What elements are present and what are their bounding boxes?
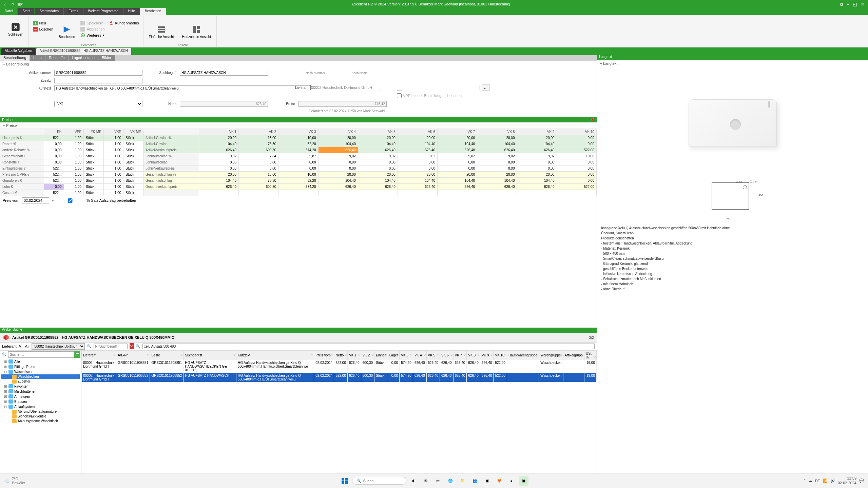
menu-hilfe[interactable]: Hilfe bbox=[123, 8, 140, 15]
tree-node[interactable]: Siphons/Eckventile bbox=[1, 414, 80, 419]
prices-grid[interactable]: EKVPEEK-MEVKEVK-MEVK 1VK 2VK 3VK 4VK 5VK… bbox=[0, 129, 597, 196]
save-button[interactable]: Speichern bbox=[79, 20, 106, 26]
taskbar-firefox-icon[interactable]: 🦊 bbox=[495, 476, 504, 486]
svg-rect-10 bbox=[158, 31, 165, 33]
taskbar-edge-icon[interactable]: 🌐 bbox=[446, 476, 455, 486]
subtab-lohn[interactable]: Lohn bbox=[30, 55, 45, 61]
search-term-input[interactable] bbox=[180, 70, 268, 76]
subtab-rohstoffe[interactable]: Rohstoffe bbox=[45, 55, 69, 61]
search-results-grid[interactable]: Lieferant▽Art.-Nr.▽Beste▽Suchbegriff▽Kur… bbox=[81, 351, 597, 473]
subtab-lagerbestand[interactable]: Lagerbestand bbox=[69, 55, 98, 61]
window-close-icon[interactable]: ✕ bbox=[861, 1, 865, 7]
menu-start[interactable]: Start bbox=[18, 8, 35, 15]
number-search-input[interactable] bbox=[94, 344, 128, 349]
menu-extras[interactable]: Extras bbox=[64, 8, 83, 15]
taskbar-copilot-icon[interactable]: ◐ bbox=[409, 476, 419, 486]
table-row[interactable]: 00002 - Haustechnik Dortmund GmbHGRSC010… bbox=[82, 360, 597, 373]
tree-node[interactable]: ⊟ Waschtische bbox=[1, 369, 80, 374]
weather-widget[interactable]: ☁️ 7°CBewölkt bbox=[4, 477, 25, 485]
menu-bearbeiten[interactable]: Bearbeiten bbox=[140, 8, 166, 15]
sort-desc-icon[interactable]: A↑ bbox=[25, 343, 30, 349]
supplier-input[interactable] bbox=[310, 85, 480, 90]
tree-node[interactable]: ⊞ Fittinge Press bbox=[1, 364, 80, 369]
menu-weitere programme[interactable]: Weitere Programme bbox=[83, 8, 123, 15]
text-search-input[interactable] bbox=[142, 344, 595, 349]
tray-clock[interactable]: 11:5902.02.2024 bbox=[838, 476, 856, 485]
search-icon-2[interactable]: 🔍 bbox=[136, 343, 140, 349]
tree-node[interactable]: ⊞ Favoriten bbox=[1, 384, 80, 389]
addition-input[interactable] bbox=[54, 78, 142, 83]
tree-node[interactable]: Waschbecken bbox=[1, 374, 80, 379]
taskbar-mail-icon[interactable]: ✉ bbox=[421, 476, 431, 486]
window-maximize-icon[interactable]: ◱ bbox=[853, 1, 857, 7]
start-button[interactable] bbox=[340, 476, 349, 486]
svg-point-7 bbox=[110, 21, 112, 23]
category-tree[interactable]: 🔍 ➜ ⊞ Alle⊞ Fittinge Press⊟ Waschtische … bbox=[0, 351, 81, 473]
window-minimize-icon[interactable]: – bbox=[847, 1, 849, 7]
customer-mode-button[interactable]: Kundenmodus bbox=[108, 20, 140, 26]
quick-calendar-icon[interactable]: ▦▾ bbox=[17, 1, 23, 7]
tab-tasks[interactable]: Aktuelle Aufgaben bbox=[1, 48, 36, 55]
close-button[interactable]: Schließen bbox=[5, 16, 26, 42]
tray-onedrive-icon[interactable]: ☁ bbox=[809, 479, 812, 483]
quick-home-icon[interactable]: ⌂ bbox=[2, 1, 8, 7]
supplier-filter-select[interactable]: 00002 Haustechnik Dortmun bbox=[32, 343, 85, 350]
clear-search-icon[interactable]: ✕ bbox=[130, 343, 134, 349]
tree-node[interactable]: ⊟ Ablaufsysteme bbox=[1, 404, 80, 409]
netto-input[interactable] bbox=[180, 101, 268, 107]
tree-search-input[interactable] bbox=[8, 351, 74, 358]
taskbar-teams-icon[interactable]: 👥 bbox=[470, 476, 480, 486]
simple-view-button[interactable]: Einfache Ansicht bbox=[146, 19, 177, 45]
taskbar-app1-icon[interactable]: ▣ bbox=[482, 476, 492, 486]
supplier-lookup-button[interactable]: … bbox=[482, 84, 489, 91]
window-pop-out-icon[interactable]: ⧉ bbox=[840, 1, 843, 7]
tree-search-go[interactable]: ➜ bbox=[74, 351, 80, 358]
taskbar-store-icon[interactable]: 🛍 bbox=[433, 476, 443, 486]
prices-bar: Preise📌 bbox=[0, 117, 597, 122]
svg-point-6 bbox=[82, 35, 83, 36]
tray-volume-icon[interactable]: 🔊 bbox=[830, 479, 835, 483]
taskbar-app3-icon[interactable]: ▣ bbox=[519, 476, 528, 486]
svg-rect-14 bbox=[342, 478, 344, 481]
menu-datei[interactable]: Datei bbox=[0, 8, 18, 15]
more-button[interactable]: Weiteres ▾ bbox=[79, 33, 106, 38]
tray-chevron-icon[interactable]: ˄ bbox=[804, 479, 806, 483]
subtab-beschreibung[interactable]: Beschreibung bbox=[0, 55, 30, 61]
cancel-button[interactable]: Abbrechen bbox=[79, 26, 106, 32]
tree-node[interactable]: Ab- und Überlaufgarnituren bbox=[1, 409, 80, 414]
taskbar-explorer-icon[interactable]: 📁 bbox=[458, 476, 467, 486]
taskbar-search[interactable]: 🔍 Suche bbox=[352, 477, 406, 485]
vk-select[interactable]: VK1 bbox=[54, 101, 142, 107]
description-section-header: Beschreibung bbox=[0, 61, 597, 67]
pin-icon[interactable]: 📌 bbox=[590, 118, 595, 122]
tray-lang-icon[interactable]: DE bbox=[815, 479, 820, 483]
tray-notifications-icon[interactable]: 💬 bbox=[859, 479, 864, 483]
taskbar-app2-icon[interactable]: ● bbox=[507, 476, 516, 486]
price-date-input[interactable] bbox=[22, 197, 49, 203]
edit-button[interactable]: Bearbeiten bbox=[56, 19, 78, 45]
product-image bbox=[601, 71, 864, 176]
keep-vpe-checkbox[interactable] bbox=[397, 93, 402, 98]
article-search-bar: Artikel-Suche bbox=[0, 328, 597, 333]
svg-rect-17 bbox=[345, 481, 348, 484]
new-button[interactable]: Neu bbox=[32, 20, 55, 26]
menu-stammdaten[interactable]: Stammdaten bbox=[35, 8, 64, 15]
pct-surcharge-checkbox[interactable] bbox=[57, 198, 84, 203]
tree-node[interactable]: Ablaufsysteme Waschtisch bbox=[1, 419, 80, 424]
tree-node[interactable]: ⊞ Mischbatterien bbox=[1, 389, 80, 394]
tab-article[interactable]: Artikel GRSC01011908852 - HG AUFSATZ-HAN… bbox=[36, 48, 131, 55]
subtab-bilder[interactable]: Bilder bbox=[98, 55, 115, 61]
sort-asc-icon[interactable]: A↓ bbox=[19, 343, 23, 349]
tree-node[interactable]: ⊞ Brausen bbox=[1, 399, 80, 404]
delete-button[interactable]: Löschen bbox=[32, 26, 55, 32]
tree-node[interactable]: Zubehör bbox=[1, 379, 80, 384]
search-icon[interactable]: 🔍 bbox=[87, 343, 92, 349]
tree-node[interactable]: ⊞ Alle bbox=[1, 359, 80, 364]
quick-refresh-icon[interactable]: ↻ bbox=[9, 1, 16, 7]
horizontal-view-button[interactable]: Horizontale Ansicht bbox=[179, 19, 214, 45]
tray-wifi-icon[interactable]: 📶 bbox=[823, 479, 828, 483]
tree-node[interactable]: ⊞ Armaturen bbox=[1, 394, 80, 399]
table-row[interactable]: 00002 - Haustechnik Dortmund GmbHGRSC010… bbox=[82, 373, 597, 382]
brutto-input[interactable] bbox=[298, 101, 387, 107]
article-number-input[interactable] bbox=[54, 70, 142, 76]
